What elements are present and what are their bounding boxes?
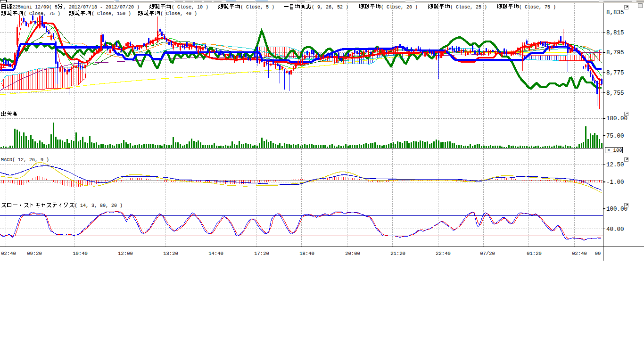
svg-text:02:40: 02:40 — [572, 251, 587, 256]
svg-text:( 14, 3, 80, 20 ): ( 14, 3, 80, 20 ) — [74, 203, 123, 208]
svg-text:17:20: 17:20 — [254, 251, 269, 256]
svg-text:( Close, 20 ): ( Close, 20 ) — [381, 4, 418, 10]
svg-text:180.00: 180.00 — [606, 115, 627, 122]
svg-text:13:20: 13:20 — [163, 251, 178, 256]
svg-text:02:40: 02:40 — [1, 251, 16, 256]
svg-text:20:00: 20:00 — [345, 251, 360, 256]
svg-text:( Close, 40 ): ( Close, 40 ) — [160, 11, 197, 16]
svg-text:( Close, 10 ): ( Close, 10 ) — [172, 4, 208, 10]
svg-text:12:00: 12:00 — [118, 251, 133, 256]
svg-text:( Close, 75 ): ( Close, 75 ) — [24, 11, 60, 16]
svg-text:14:40: 14:40 — [208, 251, 223, 256]
svg-text:09: 09 — [595, 251, 601, 256]
svg-text:22:40: 22:40 — [436, 251, 451, 256]
svg-text:10:40: 10:40 — [73, 251, 88, 256]
svg-text:21:20: 21:20 — [390, 251, 405, 256]
svg-text:8,835: 8,835 — [606, 9, 624, 16]
svg-text:8,755: 8,755 — [606, 90, 624, 97]
svg-text:75.00: 75.00 — [606, 133, 624, 140]
svg-text:12.50: 12.50 — [606, 162, 624, 168]
svg-text:( Close, 150 ): ( Close, 150 ) — [91, 11, 131, 16]
svg-text:MACD( 12, 26, 9 ): MACD( 12, 26, 9 ) — [1, 157, 49, 163]
svg-text:-1.00: -1.00 — [606, 179, 624, 186]
svg-text:8,775: 8,775 — [606, 70, 624, 76]
svg-text:40.00: 40.00 — [606, 226, 624, 233]
svg-text:, 2012/07/18 - 2012/07/20 ): , 2012/07/18 - 2012/07/20 ) — [63, 4, 140, 10]
svg-text:18:40: 18:40 — [299, 251, 314, 256]
svg-text:07/20: 07/20 — [480, 251, 495, 256]
svg-text:225mini 12/09( 5: 225mini 12/09( 5 — [12, 4, 58, 10]
svg-text:( Close, 75 ): ( Close, 75 ) — [519, 4, 556, 10]
svg-text:( 9, 26, 52 ): ( 9, 26, 52 ) — [312, 4, 348, 10]
svg-text:01:20: 01:20 — [527, 251, 542, 256]
svg-text:8,795: 8,795 — [606, 49, 624, 56]
svg-text:( Close, 25 ): ( Close, 25 ) — [450, 4, 487, 10]
svg-text:09:20: 09:20 — [27, 251, 42, 256]
svg-text:× 100: × 100 — [607, 148, 622, 153]
svg-text:8,815: 8,815 — [606, 30, 624, 36]
svg-text:( Close, 5 ): ( Close, 5 ) — [240, 4, 274, 10]
